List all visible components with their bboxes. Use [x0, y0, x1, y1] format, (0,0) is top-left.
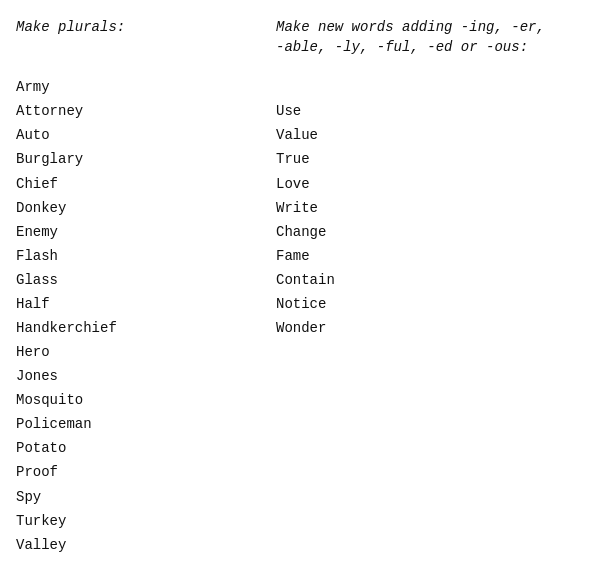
left-word-item: Enemy [16, 220, 276, 244]
right-word-item: Contain [276, 268, 556, 292]
header-left: Make plurals: [16, 18, 276, 57]
left-word-item: Burglary [16, 147, 276, 171]
left-word-item: Turkey [16, 509, 276, 533]
right-word-item: Notice [276, 292, 556, 316]
left-word-item: Mosquito [16, 388, 276, 412]
left-word-item: Hero [16, 340, 276, 364]
right-word-item: True [276, 147, 556, 171]
left-word-item: Auto [16, 123, 276, 147]
right-word-item: Love [276, 172, 556, 196]
left-word-item: Donkey [16, 196, 276, 220]
header-right-text: Make new words adding -ing, -er, -able, … [276, 19, 545, 55]
right-word-item: Change [276, 220, 556, 244]
left-word-item: Attorney [16, 99, 276, 123]
left-word-item: Valley [16, 533, 276, 557]
header-right: Make new words adding -ing, -er, -able, … [276, 18, 556, 57]
main-layout: ArmyAttorneyAutoBurglaryChiefDonkeyEnemy… [16, 75, 575, 557]
left-word-item: Handkerchief [16, 316, 276, 340]
right-word-item: Use [276, 99, 556, 123]
right-spacer [276, 75, 556, 99]
right-word-item: Fame [276, 244, 556, 268]
left-word-item: Potato [16, 436, 276, 460]
right-word-item: Value [276, 123, 556, 147]
left-word-item: Spy [16, 485, 276, 509]
left-word-item: Policeman [16, 412, 276, 436]
left-word-item: Glass [16, 268, 276, 292]
left-word-item: Proof [16, 460, 276, 484]
left-column: ArmyAttorneyAutoBurglaryChiefDonkeyEnemy… [16, 75, 276, 557]
header-left-text: Make plurals: [16, 19, 125, 35]
right-word-item: Wonder [276, 316, 556, 340]
left-word-item: Army [16, 75, 276, 99]
left-word-item: Chief [16, 172, 276, 196]
right-word-item: Write [276, 196, 556, 220]
left-word-item: Half [16, 292, 276, 316]
header-row: Make plurals: Make new words adding -ing… [16, 18, 575, 57]
left-word-item: Flash [16, 244, 276, 268]
left-word-item: Jones [16, 364, 276, 388]
right-column: UseValueTrueLoveWriteChangeFameContainNo… [276, 75, 556, 557]
